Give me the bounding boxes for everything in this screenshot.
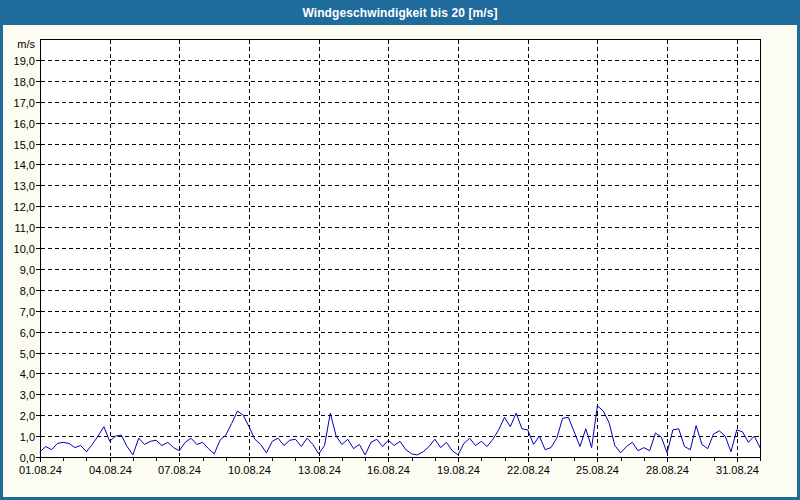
x-tick-label: 13.08.24 [298, 464, 341, 476]
y-axis-unit-label: m/s [17, 38, 35, 50]
chart-area: 0,01,02,03,04,05,06,07,08,09,010,011,012… [3, 25, 797, 497]
y-tick-label: 16,0 [14, 118, 35, 130]
y-tick-label: 6,0 [20, 327, 35, 339]
x-tick-label: 28.08.24 [646, 464, 689, 476]
y-tick-label: 13,0 [14, 180, 35, 192]
y-tick-label: 18,0 [14, 76, 35, 88]
x-tick-label: 04.08.24 [89, 464, 132, 476]
y-tick-label: 0,0 [20, 452, 35, 464]
y-tick-label: 11,0 [14, 222, 35, 234]
x-tick-label: 01.08.24 [19, 464, 62, 476]
y-tick-label: 3,0 [20, 389, 35, 401]
x-tick-label: 19.08.24 [437, 464, 480, 476]
y-tick-label: 14,0 [14, 159, 35, 171]
y-tick-label: 10,0 [14, 243, 35, 255]
y-tick-label: 5,0 [20, 348, 35, 360]
x-tick-label: 25.08.24 [576, 464, 619, 476]
window-titlebar: Windgeschwindigkeit bis 20 [m/s] [3, 0, 797, 25]
y-tick-label: 4,0 [20, 368, 35, 380]
x-tick-label: 16.08.24 [367, 464, 410, 476]
wind-speed-line-chart: 0,01,02,03,04,05,06,07,08,09,010,011,012… [3, 25, 797, 497]
y-tick-label: 1,0 [20, 431, 35, 443]
y-tick-label: 7,0 [20, 306, 35, 318]
x-tick-label: 10.08.24 [228, 464, 271, 476]
x-tick-label: 31.08.24 [716, 464, 759, 476]
y-tick-label: 8,0 [20, 285, 35, 297]
app-window: Windgeschwindigkeit bis 20 [m/s] 0,01,02… [0, 0, 800, 500]
y-tick-label: 15,0 [14, 139, 35, 151]
y-tick-label: 2,0 [20, 410, 35, 422]
y-tick-label: 12,0 [14, 201, 35, 213]
x-tick-label: 07.08.24 [158, 464, 201, 476]
window-title: Windgeschwindigkeit bis 20 [m/s] [302, 6, 497, 20]
y-tick-label: 19,0 [14, 55, 35, 67]
x-tick-label: 22.08.24 [507, 464, 550, 476]
y-tick-label: 9,0 [20, 264, 35, 276]
y-tick-label: 17,0 [14, 97, 35, 109]
